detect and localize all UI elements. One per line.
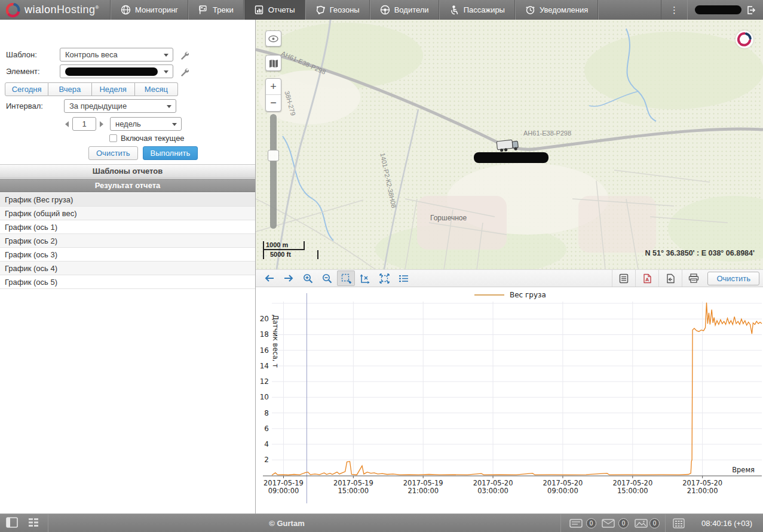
include-current-row[interactable]: Включая текущее: [109, 134, 185, 143]
section-report-result[interactable]: Результат отчета: [0, 179, 255, 192]
apps-keypad-icon[interactable]: [673, 518, 685, 528]
excel-table-icon: [619, 273, 629, 284]
nav-item-label: Пассажиры: [464, 5, 505, 14]
toggle-panel-icon[interactable]: [6, 517, 18, 528]
weight-chart-panel[interactable]: 24681012141618202017-05-1909:00:002017-0…: [256, 287, 763, 513]
export-excel-button[interactable]: [612, 270, 635, 287]
zoom-out-button[interactable]: −: [266, 95, 281, 111]
chart-forward-button[interactable]: [280, 270, 298, 286]
result-item-chart-axle-4[interactable]: График (ось 4): [0, 262, 255, 275]
photo-counter-icon[interactable]: [635, 519, 648, 528]
interval-count-input[interactable]: [72, 117, 96, 131]
svg-text:16: 16: [260, 346, 269, 355]
range-yesterday-button[interactable]: Вчера: [48, 82, 91, 96]
result-item-chart-axle-5[interactable]: График (ось 5): [0, 275, 255, 289]
nav-item-geofences[interactable]: Геозоны: [305, 0, 370, 20]
chart-clear-button[interactable]: Очистить: [707, 272, 759, 285]
expand-icon: [379, 273, 390, 284]
template-settings-wrench-icon[interactable]: [179, 50, 189, 60]
zoom-slider-handle[interactable]: [268, 150, 279, 161]
chart-legend-toggle-button[interactable]: [394, 270, 412, 286]
interval-increment-arrow[interactable]: [100, 121, 106, 127]
y-axis-title: Датчик веса, т: [271, 315, 280, 368]
range-today-button[interactable]: Сегодня: [5, 82, 48, 96]
svg-text:18: 18: [260, 330, 269, 339]
unit-select[interactable]: [60, 64, 173, 78]
export-pdf-button[interactable]: A: [635, 270, 658, 287]
svg-text:8: 8: [264, 409, 269, 417]
print-button[interactable]: [682, 270, 705, 287]
chart-legend: Вес груза: [474, 291, 546, 299]
statusbar-separator: [665, 514, 666, 532]
bottom-grid-icon[interactable]: [27, 517, 39, 528]
template-select[interactable]: Контроль веса: [60, 48, 173, 61]
section-report-templates[interactable]: Шаблоны отчетов: [0, 164, 255, 178]
wialon-swirl-icon: [6, 3, 20, 17]
chart-zoom-in-button[interactable]: [299, 270, 317, 286]
map-layers-button[interactable]: [265, 55, 281, 71]
chart-export-group: A Очистить: [612, 270, 763, 287]
nav-user-area[interactable]: [687, 0, 763, 20]
zoom-slider-track[interactable]: [270, 114, 277, 229]
nav-item-tracks[interactable]: Треки: [188, 0, 244, 20]
chart-fit-all-button[interactable]: [375, 270, 393, 286]
nav-item-notifications[interactable]: Уведомления: [515, 0, 598, 20]
export-file-button[interactable]: [658, 270, 682, 287]
map-visibility-button[interactable]: [265, 30, 281, 47]
unit-name-redacted: [65, 67, 158, 76]
result-item-chart-axle-2[interactable]: График (ось 2): [0, 234, 255, 248]
range-week-button[interactable]: Неделя: [92, 82, 135, 96]
include-current-checkbox[interactable]: [109, 134, 117, 142]
logout-icon[interactable]: [746, 5, 756, 15]
nav-item-drivers[interactable]: Водители: [370, 0, 439, 20]
interval-decrement-arrow[interactable]: [62, 121, 69, 127]
nav-more-menu[interactable]: ⋮: [661, 0, 687, 20]
x-axis-title: Время: [732, 466, 755, 474]
chart-zoom-out-button[interactable]: [318, 270, 336, 286]
chart-zoom-x-button[interactable]: [356, 270, 374, 286]
mail-count-badge: 0: [618, 518, 629, 528]
truck-icon: [495, 137, 520, 153]
map-scale: 1000 m 5000 ft: [263, 241, 318, 259]
nav-item-monitoring[interactable]: Мониторинг: [111, 0, 188, 20]
flag-icon: [198, 5, 209, 15]
unit-settings-wrench-icon[interactable]: [179, 67, 189, 76]
result-item-chart-cargo-weight[interactable]: График (Вес груза): [0, 193, 255, 207]
zoom-in-button[interactable]: +: [266, 79, 281, 95]
map-provider-logo: [736, 30, 753, 48]
zoom-in-icon: [303, 273, 313, 284]
interval-type-select[interactable]: За предыдущие: [64, 99, 176, 113]
chart-canvas[interactable]: 24681012141618202017-05-1909:00:002017-0…: [256, 287, 763, 513]
export-file-icon: [666, 273, 675, 284]
result-item-chart-total-weight[interactable]: График (общий вес): [0, 207, 255, 220]
nav-item-label: Отчеты: [268, 5, 295, 14]
sms-count-badge: 0: [586, 518, 596, 528]
map-panel[interactable]: АН61-Е38-Р298 АН61-Е38-Р298 38Н-279 1401…: [256, 20, 763, 269]
result-item-chart-axle-1[interactable]: График (ось 1): [0, 220, 255, 234]
photo-count-badge: 0: [649, 518, 660, 528]
svg-text:10: 10: [260, 393, 269, 401]
interval-unit-select[interactable]: недель: [110, 117, 182, 131]
wialon-logo[interactable]: wialonHosting®: [0, 0, 111, 20]
svg-text:2017-05-2003:00:00: 2017-05-2003:00:00: [473, 479, 513, 495]
report-icon: [254, 5, 264, 15]
result-item-chart-axle-3[interactable]: График (ось 3): [0, 248, 255, 262]
svg-text:A: A: [646, 276, 649, 282]
nav-item-label: Геозоны: [330, 5, 360, 14]
execute-button[interactable]: Выполнить: [143, 146, 198, 160]
clear-button[interactable]: Очистить: [88, 146, 138, 160]
map-provider-icon: [737, 32, 752, 47]
cursor-coordinates: N 51° 36.3850' : E 038° 06.8984': [645, 249, 755, 257]
username-redacted: [695, 5, 741, 14]
chart-back-button[interactable]: [261, 270, 278, 286]
nav-item-passengers[interactable]: Пассажиры: [439, 0, 515, 20]
sms-counter-icon[interactable]: [569, 519, 583, 528]
range-month-button[interactable]: Месяц: [135, 82, 178, 96]
nav-item-reports[interactable]: Отчеты: [244, 0, 305, 20]
passenger-icon: [449, 5, 459, 15]
scale-metric: 1000 m: [263, 241, 305, 250]
mail-counter-icon[interactable]: [602, 519, 615, 528]
chart-marquee-zoom-button[interactable]: [337, 270, 355, 286]
map-zoom-controls: + −: [265, 78, 281, 112]
svg-text:6: 6: [264, 425, 269, 433]
